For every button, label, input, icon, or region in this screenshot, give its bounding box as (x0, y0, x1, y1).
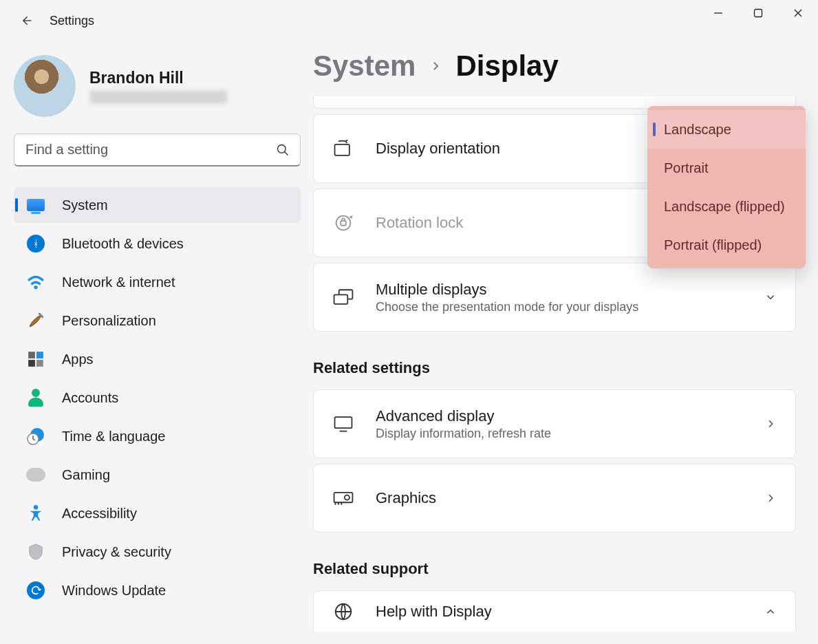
sidebar-item-gaming[interactable]: Gaming (14, 457, 301, 493)
svg-point-9 (34, 505, 39, 510)
sidebar-item-network[interactable]: Network & internet (14, 264, 301, 300)
card-subtitle: Choose the presentation mode for your di… (376, 300, 760, 314)
sidebar-item-label: System (62, 197, 108, 213)
card-subtitle: Display information, refresh rate (376, 427, 760, 441)
section-related-settings: Related settings (313, 359, 796, 377)
sidebar-item-time-language[interactable]: Time & language (14, 418, 301, 454)
maximize-button[interactable] (738, 0, 778, 26)
rotation-lock-icon (332, 211, 355, 235)
card-title: Graphics (376, 489, 760, 507)
accessibility-icon (26, 504, 45, 523)
card-title: Advanced display (376, 407, 760, 425)
sidebar-item-label: Accessibility (62, 506, 137, 522)
card-multiple-displays[interactable]: Multiple displays Choose the presentatio… (313, 263, 796, 332)
card-advanced-display[interactable]: Advanced display Display information, re… (313, 389, 796, 458)
search-icon (276, 143, 290, 157)
orientation-option-landscape-flipped[interactable]: Landscape (flipped) (647, 187, 806, 226)
sidebar-item-label: Apps (62, 352, 94, 367)
profile[interactable]: Brandon Hill (14, 41, 301, 117)
globe-icon (332, 600, 355, 623)
search-input[interactable] (14, 133, 301, 167)
close-button[interactable] (778, 0, 818, 26)
sidebar-item-accessibility[interactable]: Accessibility (14, 495, 301, 531)
orientation-icon (332, 137, 355, 160)
svg-point-1 (278, 145, 286, 153)
apps-icon (26, 350, 45, 369)
sidebar-item-label: Privacy & security (62, 544, 171, 560)
card-title: Multiple displays (376, 281, 760, 299)
sidebar-item-windows-update[interactable]: Windows Update (14, 572, 301, 608)
minimize-button[interactable] (698, 0, 738, 26)
orientation-option-portrait[interactable]: Portrait (647, 149, 806, 187)
brush-icon (26, 311, 45, 330)
breadcrumb-parent[interactable]: System (313, 50, 416, 83)
card-graphics[interactable]: Graphics (313, 464, 796, 533)
svg-rect-3 (28, 352, 35, 358)
svg-rect-4 (36, 352, 43, 358)
orientation-dropdown[interactable]: Landscape Portrait Landscape (flipped) P… (647, 106, 806, 268)
sidebar-item-accounts[interactable]: Accounts (14, 380, 301, 416)
orientation-option-landscape[interactable]: Landscape (647, 110, 806, 149)
svg-rect-13 (334, 294, 348, 303)
bluetooth-icon: ᚼ (26, 234, 45, 253)
sidebar-item-label: Windows Update (62, 583, 166, 599)
svg-rect-5 (28, 360, 35, 367)
sidebar-item-label: Network & internet (62, 275, 175, 290)
chevron-up-icon[interactable] (760, 601, 782, 623)
chevron-right-icon[interactable] (760, 413, 782, 435)
update-icon (26, 581, 45, 600)
sidebar-item-personalization[interactable]: Personalization (14, 303, 301, 339)
card-title: Help with Display (376, 603, 760, 621)
wifi-icon (26, 272, 45, 292)
breadcrumb-current: Display (455, 50, 558, 83)
chevron-right-icon[interactable] (760, 487, 782, 509)
system-icon (26, 195, 45, 215)
svg-rect-14 (335, 417, 352, 428)
chevron-down-icon[interactable] (760, 286, 782, 308)
shield-icon (26, 542, 45, 561)
sidebar-item-label: Bluetooth & devices (62, 236, 184, 252)
svg-rect-6 (36, 360, 43, 367)
profile-email-blurred (89, 90, 227, 104)
accounts-icon (26, 388, 45, 407)
svg-rect-11 (341, 221, 346, 226)
breadcrumb: System Display (313, 50, 796, 83)
svg-rect-0 (755, 10, 762, 17)
sidebar-item-system[interactable]: System (14, 187, 301, 223)
chevron-right-icon (429, 60, 442, 72)
window-title: Settings (50, 14, 94, 28)
card-help-display[interactable]: Help with Display (313, 590, 796, 632)
sidebar-item-label: Accounts (62, 390, 118, 406)
sidebar-item-label: Gaming (62, 467, 110, 483)
orientation-option-portrait-flipped[interactable]: Portrait (flipped) (647, 226, 806, 264)
back-button[interactable] (15, 10, 37, 32)
graphics-card-icon (332, 486, 355, 510)
gamepad-icon (26, 465, 45, 484)
clock-globe-icon (26, 427, 45, 446)
avatar (14, 55, 76, 117)
profile-name: Brandon Hill (89, 69, 227, 87)
sidebar-item-label: Personalization (62, 313, 156, 329)
svg-rect-10 (335, 144, 349, 155)
sidebar-item-label: Time & language (62, 429, 165, 444)
sidebar-item-bluetooth[interactable]: ᚼ Bluetooth & devices (14, 226, 301, 261)
section-related-support: Related support (313, 560, 796, 578)
monitor-icon (332, 412, 355, 436)
svg-point-16 (345, 495, 349, 500)
svg-point-2 (34, 286, 37, 289)
multiple-displays-icon (332, 286, 355, 309)
sidebar-item-apps[interactable]: Apps (14, 341, 301, 377)
sidebar-item-privacy[interactable]: Privacy & security (14, 534, 301, 570)
